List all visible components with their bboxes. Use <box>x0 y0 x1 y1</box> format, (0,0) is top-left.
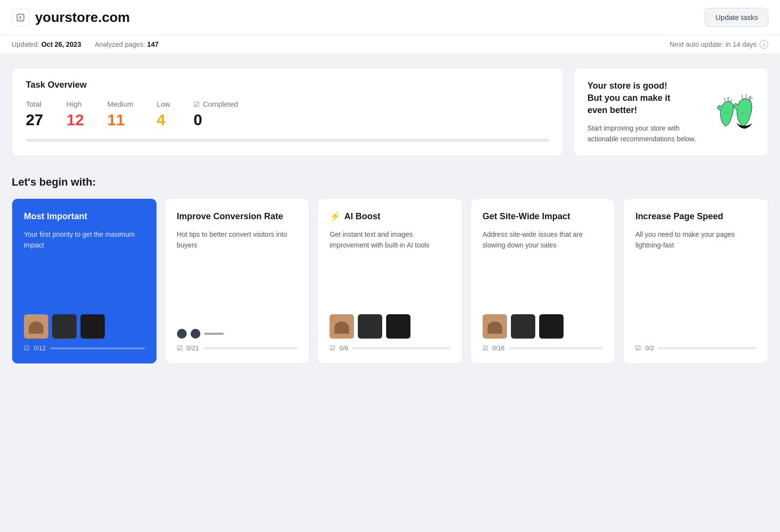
card-improve-conversion-desc: Hot tips to better convert visitors into… <box>177 229 298 322</box>
main-content: Task Overview Total 27 High 12 Medium 11… <box>0 54 780 378</box>
card-most-important-footer: ☑ 0/12 <box>24 344 145 352</box>
card-improve-conversion-dots <box>177 329 298 339</box>
footer-progress-bar-5 <box>658 347 756 349</box>
footer-progress-bar-3 <box>352 347 450 349</box>
card-most-important[interactable]: Most Important Your first priority to ge… <box>12 198 157 364</box>
thumbnail-pants-2 <box>80 314 105 339</box>
completed-check-icon: ☑ <box>194 100 200 108</box>
thumbnail-pants-3 <box>358 314 382 339</box>
svg-rect-0 <box>17 14 24 21</box>
footer-progress-bar <box>50 347 144 349</box>
thumbnail-pants-1 <box>52 314 77 339</box>
total-label: Total <box>26 100 43 108</box>
task-overview-title: Task Overview <box>26 80 549 90</box>
store-good-card: Your store is good! But you can make it … <box>573 68 768 156</box>
svg-point-1 <box>744 126 746 128</box>
low-stat: Low 4 <box>157 100 171 129</box>
card-most-important-desc: Your first priority to get the maximum i… <box>24 229 145 307</box>
info-icon[interactable]: i <box>760 40 768 49</box>
card-improve-conversion-title: Improve Conversion Rate <box>177 210 298 223</box>
analyzed-pages: Analyzed pages: 147 <box>95 40 158 48</box>
medium-value: 11 <box>107 111 133 129</box>
next-update: Next auto update: in 14 days i <box>670 40 768 49</box>
card-page-speed[interactable]: Increase Page Speed All you need to make… <box>623 198 768 364</box>
footer-check-icon-2: ☑ <box>177 344 183 352</box>
high-stat: High 12 <box>67 100 84 129</box>
dot-1 <box>177 329 187 339</box>
task-overview-progress <box>26 139 549 142</box>
card-most-important-thumbnails <box>24 314 145 339</box>
card-improve-conversion-footer: ☑ 0/21 <box>177 344 298 352</box>
medium-label: Medium <box>107 100 133 108</box>
footer-progress-bar-4 <box>508 347 603 349</box>
high-label: High <box>67 100 84 108</box>
meta-bar: Updated: Oct 26, 2023 Analyzed pages: 14… <box>0 35 780 54</box>
card-site-wide-title: Get Site-Wide Impact <box>483 210 604 223</box>
completed-stat: ☑ Completed 0 <box>194 100 238 129</box>
update-tasks-button[interactable]: Update tasks <box>705 8 768 27</box>
task-stats: Total 27 High 12 Medium 11 Low 4 ☑ <box>26 100 549 129</box>
card-ai-boost-desc: Get instant text and images improvement … <box>330 229 450 307</box>
thumbnail-arch <box>24 314 48 339</box>
card-improve-conversion[interactable]: Improve Conversion Rate Hot tips to bett… <box>165 198 310 364</box>
card-page-speed-title: Increase Page Speed <box>635 210 756 223</box>
card-site-wide-footer: ☑ 0/16 <box>483 344 604 352</box>
total-stat: Total 27 <box>26 100 43 129</box>
card-ai-boost-title: ⚡ AI Boost <box>330 210 450 223</box>
task-overview-card: Task Overview Total 27 High 12 Medium 11… <box>12 68 564 156</box>
thumbnail-arch-3 <box>330 314 354 339</box>
footer-progress-text-5: 0/2 <box>645 344 654 352</box>
card-site-wide[interactable]: Get Site-Wide Impact Address site-wide i… <box>470 198 616 364</box>
top-bar-left: yourstore.com <box>12 9 130 26</box>
footer-progress-text: 0/12 <box>34 344 46 352</box>
back-icon <box>16 13 25 22</box>
cards-row: Most Important Your first priority to ge… <box>12 198 768 364</box>
total-value: 27 <box>26 111 43 129</box>
thumbnail-pants-4 <box>386 314 410 339</box>
card-page-speed-desc: All you need to make your pages lightnin… <box>635 229 756 345</box>
card-ai-boost[interactable]: ⚡ AI Boost Get instant text and images i… <box>317 198 463 364</box>
footer-progress-text-4: 0/16 <box>492 344 505 352</box>
footer-progress-text-3: 0/8 <box>339 344 348 352</box>
footer-check-icon: ☑ <box>24 344 30 352</box>
meta-bar-left: Updated: Oct 26, 2023 Analyzed pages: 14… <box>12 40 158 48</box>
footer-progress-bar-2 <box>203 347 297 349</box>
store-good-text: Your store is good! But you can make it … <box>587 80 706 144</box>
updated-date: Updated: Oct 26, 2023 <box>12 40 81 48</box>
card-page-speed-footer: ☑ 0/2 <box>635 344 756 352</box>
site-title: yourstore.com <box>35 10 130 25</box>
store-good-heading: Your store is good! But you can make it … <box>587 80 706 117</box>
card-ai-boost-footer: ☑ 0/8 <box>330 344 450 352</box>
thumbnail-pants-6 <box>539 314 564 339</box>
dot-2 <box>191 329 200 339</box>
low-label: Low <box>157 100 171 108</box>
high-value: 12 <box>67 111 84 129</box>
card-most-important-title: Most Important <box>24 210 145 223</box>
completed-label: ☑ Completed <box>194 100 238 108</box>
thumbnail-arch-4 <box>483 314 507 339</box>
top-bar: yourstore.com Update tasks <box>0 0 780 35</box>
medium-stat: Medium 11 <box>107 100 133 129</box>
card-site-wide-thumbnails <box>483 314 604 339</box>
dot-dash <box>204 333 224 335</box>
low-value: 4 <box>157 111 171 129</box>
back-button[interactable] <box>12 9 29 26</box>
store-good-desc: Start improving your store with actionab… <box>587 123 706 145</box>
overview-section: Task Overview Total 27 High 12 Medium 11… <box>12 68 768 156</box>
footer-check-icon-3: ☑ <box>330 344 335 352</box>
footer-check-icon-5: ☑ <box>635 344 641 352</box>
footer-progress-text-2: 0/21 <box>187 344 199 352</box>
card-ai-boost-thumbnails <box>330 314 450 339</box>
completed-value: 0 <box>194 111 238 129</box>
footer-check-icon-4: ☑ <box>483 344 488 352</box>
hands-illustration <box>714 85 754 139</box>
card-site-wide-desc: Address site-wide issues that are slowin… <box>483 229 604 307</box>
lightning-icon: ⚡ <box>330 210 340 223</box>
thumbnail-pants-5 <box>511 314 535 339</box>
lets-begin-label: Let's begin with: <box>12 176 768 189</box>
